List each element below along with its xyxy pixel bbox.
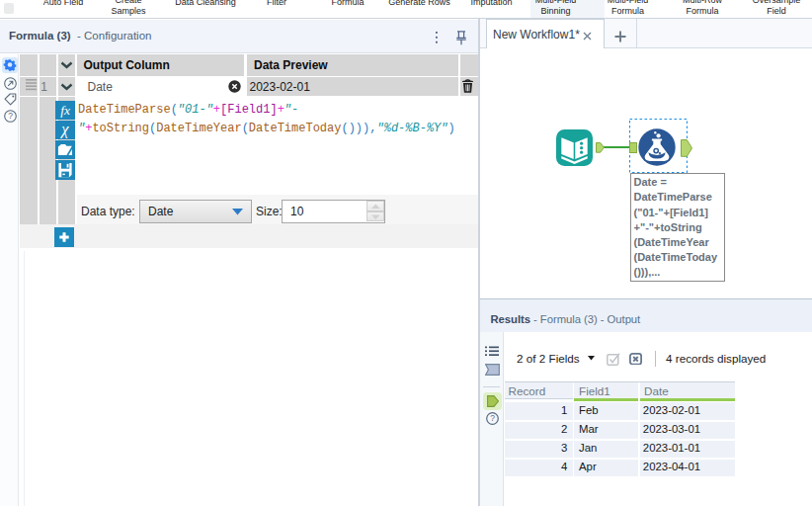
svg-text:?: ? (8, 111, 13, 121)
svg-text:?: ? (490, 413, 495, 423)
